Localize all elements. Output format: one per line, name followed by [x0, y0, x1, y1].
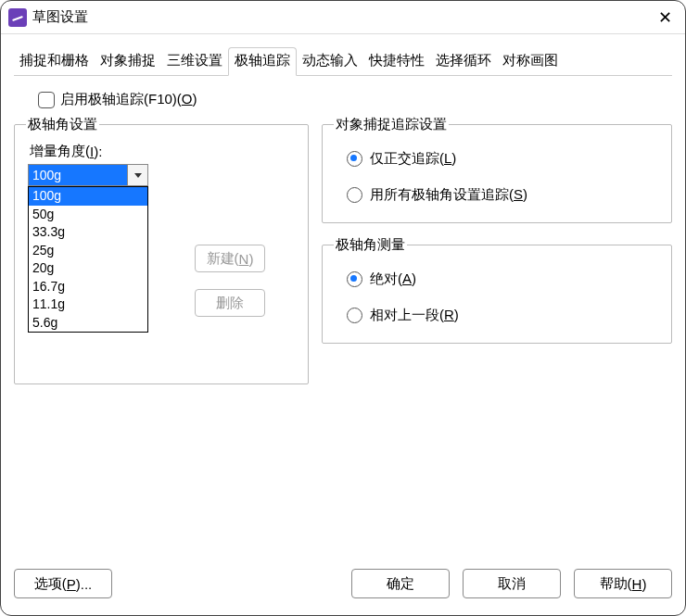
ortho-end: )	[451, 150, 456, 166]
ok-button[interactable]: 确定	[351, 569, 450, 598]
abs-main: 绝对(	[370, 270, 402, 286]
enable-polar-label: 启用极轴追踪(F10)(O)	[60, 91, 197, 108]
options-main: 选项(	[34, 575, 67, 593]
tab-dynamic-input[interactable]: 动态输入	[297, 48, 363, 75]
all-polar-label: 用所有极轴角设置追踪(S)	[370, 186, 527, 204]
dropdown-item[interactable]: 11.1g	[29, 295, 147, 314]
tab-osnap[interactable]: 对象捕捉	[95, 48, 161, 75]
options-button[interactable]: 选项(P)...	[14, 569, 112, 598]
tab-polar-tracking[interactable]: 极轴追踪	[228, 47, 297, 76]
dialog-footer: 选项(P)... 确定 取消 帮助(H)	[1, 561, 685, 615]
enable-polar-label-end: )	[193, 91, 197, 107]
increment-label-end: ):	[94, 144, 102, 159]
increment-angle-value[interactable]: 100g	[29, 165, 127, 185]
enable-polar-row: 启用极轴追踪(F10)(O)	[38, 91, 672, 108]
help-key: H	[632, 576, 642, 592]
new-angle-button[interactable]: 新建(N)	[195, 245, 265, 272]
all-polar-row: 用所有极轴角设置追踪(S)	[347, 186, 660, 204]
ortho-only-radio[interactable]	[347, 151, 362, 167]
polar-measure-legend: 极轴角测量	[334, 236, 407, 254]
increment-angle-label: 增量角度(I):	[30, 143, 297, 160]
new-label-end: )	[248, 251, 253, 267]
chevron-down-icon	[134, 173, 142, 178]
rel-end: )	[454, 307, 459, 322]
ortho-only-label: 仅正交追踪(L)	[370, 150, 456, 168]
app-icon	[8, 8, 27, 27]
delete-angle-button[interactable]: 删除	[195, 289, 265, 317]
delete-label: 删除	[216, 295, 244, 312]
increment-angle-combo[interactable]: 100g	[28, 164, 148, 186]
help-end: )	[642, 576, 646, 592]
cancel-button[interactable]: 取消	[463, 569, 561, 598]
rel-main: 相对上一段(	[370, 307, 444, 322]
tab-strip: 捕捉和栅格 对象捕捉 三维设置 极轴追踪 动态输入 快捷特性 选择循环 对称画图	[14, 47, 672, 76]
enable-polar-checkbox[interactable]	[38, 92, 55, 108]
abs-key: A	[402, 270, 412, 286]
dropdown-item[interactable]: 25g	[29, 242, 147, 260]
dropdown-item[interactable]: 50g	[29, 206, 147, 224]
tab-mirror-draw[interactable]: 对称画图	[497, 48, 564, 75]
rel-key: R	[444, 307, 454, 322]
relative-label: 相对上一段(R)	[370, 307, 459, 324]
help-button[interactable]: 帮助(H)	[574, 569, 672, 598]
tab-snap-grid[interactable]: 捕捉和栅格	[14, 48, 95, 75]
enable-polar-key: O	[182, 91, 193, 107]
relative-radio[interactable]	[347, 308, 362, 323]
tab-quick-props[interactable]: 快捷特性	[363, 48, 430, 75]
all-key: S	[514, 186, 523, 202]
absolute-radio[interactable]	[347, 271, 362, 287]
window-title: 草图设置	[32, 8, 88, 26]
osnap-tracking-legend: 对象捕捉追踪设置	[334, 116, 449, 133]
help-main: 帮助(	[600, 575, 632, 593]
all-main: 用所有极轴角设置追踪(	[370, 186, 514, 202]
new-label-main: 新建(	[207, 250, 239, 268]
dropdown-item[interactable]: 33.3g	[29, 223, 147, 242]
abs-end: )	[412, 270, 416, 286]
absolute-label: 绝对(A)	[370, 270, 416, 288]
polar-angle-group: 极轴角设置 增量角度(I): 100g 100g	[14, 116, 309, 384]
increment-angle-dropdown-button[interactable]	[127, 165, 147, 185]
dropdown-item[interactable]: 5.6g	[29, 314, 147, 333]
all-end: )	[523, 186, 527, 202]
titlebar: 草图设置 ✕	[1, 1, 685, 34]
tab-3d[interactable]: 三维设置	[161, 48, 228, 75]
ortho-only-row: 仅正交追踪(L)	[347, 150, 660, 168]
options-end: )...	[76, 576, 93, 592]
options-key: P	[67, 576, 76, 592]
ortho-main: 仅正交追踪(	[370, 150, 444, 166]
all-polar-radio[interactable]	[347, 187, 362, 203]
osnap-tracking-group: 对象捕捉追踪设置 仅正交追踪(L) 用所有极轴角设置追踪(S)	[322, 116, 672, 223]
tab-selection-cycling[interactable]: 选择循环	[430, 48, 497, 75]
increment-angle-dropdown[interactable]: 100g 50g 33.3g 25g 20g 16.7g 11.1g 5.6g	[28, 186, 148, 333]
increment-label-main: 增量角度(	[30, 143, 90, 160]
polar-angle-legend: 极轴角设置	[26, 116, 99, 133]
close-icon[interactable]: ✕	[652, 5, 678, 31]
dialog-window: 草图设置 ✕ 捕捉和栅格 对象捕捉 三维设置 极轴追踪 动态输入 快捷特性 选择…	[0, 0, 686, 616]
dropdown-item[interactable]: 100g	[29, 187, 147, 206]
enable-polar-label-main: 启用极轴追踪(F10)(	[60, 91, 182, 107]
polar-measure-group: 极轴角测量 绝对(A) 相对上一段(R)	[322, 236, 672, 344]
dropdown-item[interactable]: 16.7g	[29, 278, 147, 296]
relative-row: 相对上一段(R)	[347, 307, 660, 324]
tab-content: 启用极轴追踪(F10)(O) 极轴角设置 增量角度(I): 100g	[1, 76, 685, 561]
dropdown-item[interactable]: 20g	[29, 259, 147, 278]
absolute-row: 绝对(A)	[347, 270, 660, 288]
new-key: N	[239, 251, 249, 267]
